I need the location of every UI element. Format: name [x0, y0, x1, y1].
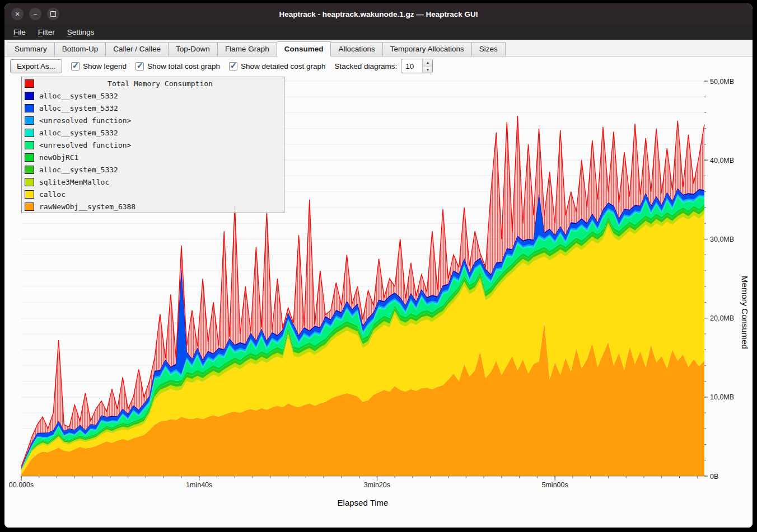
checkbox-label: Show legend [83, 62, 127, 70]
legend-label: alloc__system_5332 [39, 92, 118, 100]
svg-text:00.000s: 00.000s [9, 481, 34, 489]
checkbox-label: Show detailed cost graph [241, 62, 326, 70]
legend-label: <unresolved function> [39, 116, 131, 125]
tab-temporary-allocations[interactable]: Temporary Allocations [382, 42, 472, 56]
svg-text:50,0MB: 50,0MB [710, 78, 734, 86]
spin-up-button[interactable]: ▲ [423, 59, 432, 67]
legend-swatch [25, 178, 34, 186]
svg-text:20,0MB: 20,0MB [710, 314, 734, 322]
toolbar: Export As... ✓Show legend✓Show total cos… [4, 57, 753, 76]
legend-title-row: Total Memory Consumption [22, 77, 284, 90]
legend-item-alloc-system-5332: alloc__system_5332 [22, 163, 284, 176]
legend-swatch [25, 129, 34, 137]
show-total-cost-graph-checkbox[interactable]: ✓Show total cost graph [135, 62, 220, 70]
legend-item-alloc-system-5332: alloc__system_5332 [22, 90, 284, 102]
menu-filter[interactable]: Filter [32, 26, 60, 38]
maximize-button[interactable] [47, 8, 59, 20]
total-consumption-swatch [25, 79, 34, 88]
stacked-diagrams-spinbox[interactable]: 10 ▲ ▼ [401, 59, 433, 73]
legend-item-calloc: calloc [22, 188, 284, 200]
y-axis-title: Memory Consumed [740, 276, 750, 349]
minimize-button[interactable]: − [29, 8, 41, 20]
x-axis-title: Elapsed Time [21, 498, 704, 507]
legend-label: sqlite3MemMalloc [39, 178, 109, 186]
heaptrack-window: ✕ − Heaptrack - heaptrack.wakunode.1.gz … [4, 3, 753, 528]
legend-swatch [25, 104, 34, 112]
tab-top-down[interactable]: Top-Down [168, 42, 218, 56]
tabbar: SummaryBottom-UpCaller / CalleeTop-DownF… [4, 40, 753, 57]
titlebar[interactable]: ✕ − Heaptrack - heaptrack.wakunode.1.gz … [4, 3, 753, 25]
checkbox-box[interactable]: ✓ [71, 62, 80, 70]
show-legend-checkbox[interactable]: ✓Show legend [71, 62, 127, 70]
legend-label: alloc__system_5332 [39, 104, 118, 112]
menubar: FileFilterSettings [4, 25, 753, 40]
legend-swatch [25, 153, 34, 162]
window-controls: ✕ − [11, 8, 59, 20]
legend-label: alloc__system_5332 [39, 166, 118, 174]
legend-item-unresolved-function: <unresolved function> [22, 114, 284, 126]
legend-title: Total Memory Consumption [39, 79, 281, 88]
svg-text:5min00s: 5min00s [542, 481, 568, 489]
checkbox-box[interactable]: ✓ [229, 62, 237, 70]
legend-label: <unresolved function> [39, 141, 131, 149]
window-title: Heaptrack - heaptrack.wakunode.1.gz — He… [4, 10, 753, 18]
legend-swatch [25, 116, 34, 125]
legend-label: newObjRC1 [39, 153, 78, 162]
legend-swatch [25, 190, 34, 199]
tab-bottom-up[interactable]: Bottom-Up [54, 42, 106, 56]
legend-swatch [25, 166, 34, 174]
checkbox-group: ✓Show legend✓Show total cost graph✓Show … [71, 62, 326, 70]
svg-text:0B: 0B [710, 473, 718, 481]
legend-swatch [25, 141, 34, 149]
checkbox-box[interactable]: ✓ [135, 62, 144, 70]
stacked-diagrams-value[interactable]: 10 [401, 59, 422, 73]
tab-flame-graph[interactable]: Flame Graph [217, 42, 277, 56]
svg-text:1min40s: 1min40s [186, 481, 212, 489]
maximize-icon [50, 11, 56, 17]
stacked-diagrams-row: Stacked diagrams: 10 ▲ ▼ [335, 59, 433, 73]
legend-item-rawnewobj-system-6388: rawNewObj__system_6388 [22, 200, 284, 213]
spin-buttons: ▲ ▼ [422, 59, 432, 73]
legend-label: rawNewObj__system_6388 [39, 203, 135, 211]
legend-item-sqlite3memmalloc: sqlite3MemMalloc [22, 176, 284, 188]
window-frame: ✕ − Heaptrack - heaptrack.wakunode.1.gz … [0, 0, 757, 532]
tab-allocations[interactable]: Allocations [330, 42, 382, 56]
legend-label: alloc__system_5332 [39, 129, 118, 137]
export-as-button[interactable]: Export As... [10, 59, 62, 73]
svg-text:30,0MB: 30,0MB [710, 236, 734, 243]
close-button[interactable]: ✕ [11, 8, 24, 20]
spin-down-button[interactable]: ▼ [423, 67, 432, 73]
show-detailed-cost-graph-checkbox[interactable]: ✓Show detailed cost graph [229, 62, 326, 70]
chart-area: 00.000s1min40s3min20s5min00s0B10,0MB20,0… [4, 76, 753, 528]
svg-text:40,0MB: 40,0MB [710, 157, 734, 164]
legend-label: calloc [39, 190, 66, 199]
svg-text:10,0MB: 10,0MB [710, 393, 734, 401]
legend-item-alloc-system-5332: alloc__system_5332 [22, 126, 284, 139]
chart-legend: Total Memory Consumption alloc__system_5… [21, 77, 284, 213]
svg-text:3min20s: 3min20s [364, 481, 390, 489]
menu-settings[interactable]: Settings [62, 26, 100, 38]
legend-swatch [25, 92, 34, 100]
tab-caller-callee[interactable]: Caller / Callee [105, 42, 169, 56]
legend-item-alloc-system-5332: alloc__system_5332 [22, 102, 284, 114]
tab-consumed[interactable]: Consumed [277, 41, 331, 57]
legend-item-unresolved-function: <unresolved function> [22, 139, 284, 151]
menu-file[interactable]: File [8, 26, 31, 38]
legend-swatch [25, 203, 34, 211]
legend-item-newobjrc1: newObjRC1 [22, 151, 284, 163]
tab-summary[interactable]: Summary [7, 42, 55, 56]
stacked-diagrams-label: Stacked diagrams: [335, 62, 398, 70]
tab-sizes[interactable]: Sizes [471, 42, 506, 56]
checkbox-label: Show total cost graph [147, 62, 220, 70]
